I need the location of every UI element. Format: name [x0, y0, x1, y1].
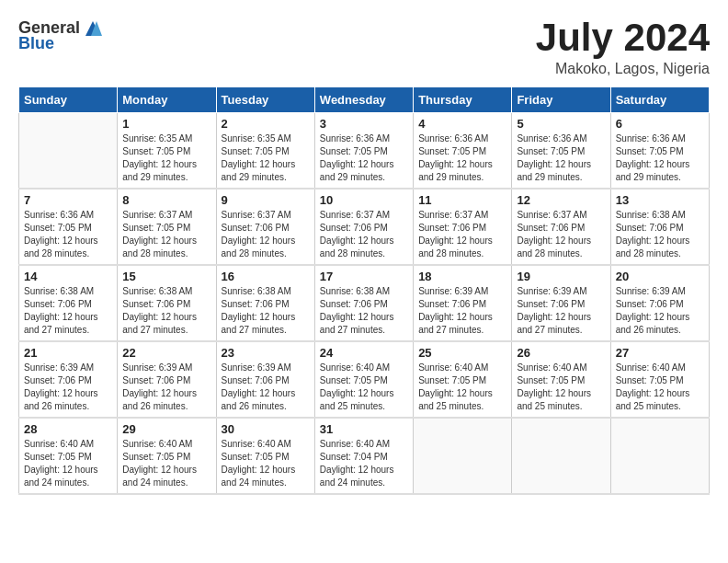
title-block: July 2024 Makoko, Lagos, Nigeria: [536, 18, 710, 77]
day-info: Sunrise: 6:38 AMSunset: 7:06 PMDaylight:…: [222, 285, 310, 337]
day-number: 6: [616, 117, 704, 131]
calendar-cell: 23Sunrise: 6:39 AMSunset: 7:06 PMDayligh…: [216, 341, 314, 418]
calendar-cell: 28Sunrise: 6:40 AMSunset: 7:05 PMDayligh…: [19, 418, 118, 494]
day-number: 12: [517, 193, 605, 207]
calendar-cell: 21Sunrise: 6:39 AMSunset: 7:06 PMDayligh…: [19, 341, 118, 418]
calendar-cell: 24Sunrise: 6:40 AMSunset: 7:05 PMDayligh…: [314, 341, 413, 418]
day-number: 7: [24, 193, 112, 207]
day-number: 5: [517, 117, 605, 131]
logo: General Blue: [18, 18, 102, 53]
day-number: 19: [517, 270, 605, 283]
day-info: Sunrise: 6:39 AMSunset: 7:06 PMDaylight:…: [24, 362, 112, 413]
logo-blue-text: Blue: [18, 34, 54, 53]
calendar-week-row: 28Sunrise: 6:40 AMSunset: 7:05 PMDayligh…: [19, 418, 710, 494]
day-number: 13: [616, 193, 704, 207]
day-info: Sunrise: 6:40 AMSunset: 7:05 PMDaylight:…: [517, 362, 605, 413]
day-info: Sunrise: 6:38 AMSunset: 7:06 PMDaylight:…: [122, 285, 210, 337]
calendar-cell: 31Sunrise: 6:40 AMSunset: 7:04 PMDayligh…: [314, 418, 413, 494]
day-number: 29: [122, 422, 210, 436]
day-info: Sunrise: 6:35 AMSunset: 7:05 PMDaylight:…: [222, 132, 310, 184]
page-header: General Blue July 2024 Makoko, Lagos, Ni…: [18, 18, 710, 77]
logo-icon: [84, 19, 102, 38]
calendar-week-row: 7Sunrise: 6:36 AMSunset: 7:05 PMDaylight…: [19, 189, 710, 265]
calendar-cell: 12Sunrise: 6:37 AMSunset: 7:06 PMDayligh…: [512, 189, 610, 265]
day-number: 10: [320, 193, 408, 207]
day-number: 9: [222, 193, 310, 207]
day-number: 1: [122, 117, 210, 131]
day-info: Sunrise: 6:40 AMSunset: 7:05 PMDaylight:…: [24, 438, 112, 489]
day-info: Sunrise: 6:37 AMSunset: 7:06 PMDaylight:…: [517, 209, 605, 260]
day-number: 23: [222, 346, 310, 360]
calendar-table: SundayMondayTuesdayWednesdayThursdayFrid…: [18, 86, 710, 495]
calendar-cell: [512, 418, 610, 494]
day-number: 18: [418, 270, 506, 283]
day-number: 15: [122, 270, 210, 283]
day-info: Sunrise: 6:40 AMSunset: 7:05 PMDaylight:…: [320, 362, 408, 413]
calendar-cell: 8Sunrise: 6:37 AMSunset: 7:05 PMDaylight…: [118, 189, 216, 265]
day-info: Sunrise: 6:40 AMSunset: 7:05 PMDaylight:…: [418, 362, 506, 413]
day-info: Sunrise: 6:36 AMSunset: 7:05 PMDaylight:…: [616, 132, 704, 184]
calendar-cell: 15Sunrise: 6:38 AMSunset: 7:06 PMDayligh…: [118, 265, 216, 341]
calendar-cell: 22Sunrise: 6:39 AMSunset: 7:06 PMDayligh…: [118, 341, 216, 418]
month-year-title: July 2024: [536, 18, 710, 57]
calendar-week-row: 21Sunrise: 6:39 AMSunset: 7:06 PMDayligh…: [19, 341, 710, 418]
calendar-cell: 18Sunrise: 6:39 AMSunset: 7:06 PMDayligh…: [414, 265, 512, 341]
day-number: 3: [320, 117, 408, 131]
calendar-day-header: Wednesday: [314, 87, 413, 113]
day-info: Sunrise: 6:39 AMSunset: 7:06 PMDaylight:…: [517, 285, 605, 337]
calendar-cell: 17Sunrise: 6:38 AMSunset: 7:06 PMDayligh…: [314, 265, 413, 341]
calendar-cell: [19, 113, 118, 190]
day-number: 31: [320, 422, 408, 436]
calendar-day-header: Tuesday: [216, 87, 314, 113]
day-number: 4: [418, 117, 506, 131]
day-number: 20: [616, 270, 704, 283]
day-info: Sunrise: 6:36 AMSunset: 7:05 PMDaylight:…: [24, 209, 112, 260]
day-number: 28: [24, 422, 112, 436]
day-info: Sunrise: 6:40 AMSunset: 7:05 PMDaylight:…: [122, 438, 210, 489]
calendar-cell: 3Sunrise: 6:36 AMSunset: 7:05 PMDaylight…: [314, 113, 413, 190]
day-number: 26: [517, 346, 605, 360]
day-info: Sunrise: 6:36 AMSunset: 7:05 PMDaylight:…: [517, 132, 605, 184]
day-info: Sunrise: 6:39 AMSunset: 7:06 PMDaylight:…: [418, 285, 506, 337]
day-number: 17: [320, 270, 408, 283]
day-number: 8: [122, 193, 210, 207]
day-number: 24: [320, 346, 408, 360]
calendar-cell: 20Sunrise: 6:39 AMSunset: 7:06 PMDayligh…: [610, 265, 709, 341]
day-number: 30: [222, 422, 310, 436]
calendar-day-header: Saturday: [610, 87, 709, 113]
day-info: Sunrise: 6:36 AMSunset: 7:05 PMDaylight:…: [320, 132, 408, 184]
calendar-cell: 5Sunrise: 6:36 AMSunset: 7:05 PMDaylight…: [512, 113, 610, 190]
calendar-cell: 10Sunrise: 6:37 AMSunset: 7:06 PMDayligh…: [314, 189, 413, 265]
day-info: Sunrise: 6:38 AMSunset: 7:06 PMDaylight:…: [320, 285, 408, 337]
calendar-cell: 30Sunrise: 6:40 AMSunset: 7:05 PMDayligh…: [216, 418, 314, 494]
day-number: 16: [222, 270, 310, 283]
day-info: Sunrise: 6:36 AMSunset: 7:05 PMDaylight:…: [418, 132, 506, 184]
calendar-day-header: Friday: [512, 87, 610, 113]
day-info: Sunrise: 6:37 AMSunset: 7:06 PMDaylight:…: [418, 209, 506, 260]
calendar-cell: [610, 418, 709, 494]
calendar-cell: 19Sunrise: 6:39 AMSunset: 7:06 PMDayligh…: [512, 265, 610, 341]
calendar-cell: 4Sunrise: 6:36 AMSunset: 7:05 PMDaylight…: [414, 113, 512, 190]
day-info: Sunrise: 6:37 AMSunset: 7:06 PMDaylight:…: [320, 209, 408, 260]
calendar-cell: 11Sunrise: 6:37 AMSunset: 7:06 PMDayligh…: [414, 189, 512, 265]
calendar-cell: 26Sunrise: 6:40 AMSunset: 7:05 PMDayligh…: [512, 341, 610, 418]
day-info: Sunrise: 6:39 AMSunset: 7:06 PMDaylight:…: [122, 362, 210, 413]
day-info: Sunrise: 6:39 AMSunset: 7:06 PMDaylight:…: [616, 285, 704, 337]
calendar-cell: 14Sunrise: 6:38 AMSunset: 7:06 PMDayligh…: [19, 265, 118, 341]
day-info: Sunrise: 6:40 AMSunset: 7:05 PMDaylight:…: [616, 362, 704, 413]
calendar-day-header: Monday: [118, 87, 216, 113]
day-info: Sunrise: 6:39 AMSunset: 7:06 PMDaylight:…: [222, 362, 310, 413]
day-info: Sunrise: 6:38 AMSunset: 7:06 PMDaylight:…: [616, 209, 704, 260]
day-number: 25: [418, 346, 506, 360]
calendar-header-row: SundayMondayTuesdayWednesdayThursdayFrid…: [19, 87, 710, 113]
calendar-cell: 9Sunrise: 6:37 AMSunset: 7:06 PMDaylight…: [216, 189, 314, 265]
day-info: Sunrise: 6:35 AMSunset: 7:05 PMDaylight:…: [122, 132, 210, 184]
calendar-week-row: 14Sunrise: 6:38 AMSunset: 7:06 PMDayligh…: [19, 265, 710, 341]
day-number: 11: [418, 193, 506, 207]
calendar-cell: 13Sunrise: 6:38 AMSunset: 7:06 PMDayligh…: [610, 189, 709, 265]
calendar-day-header: Thursday: [414, 87, 512, 113]
location-subtitle: Makoko, Lagos, Nigeria: [536, 61, 710, 77]
day-info: Sunrise: 6:37 AMSunset: 7:06 PMDaylight:…: [222, 209, 310, 260]
calendar-week-row: 1Sunrise: 6:35 AMSunset: 7:05 PMDaylight…: [19, 113, 710, 190]
calendar-cell: 2Sunrise: 6:35 AMSunset: 7:05 PMDaylight…: [216, 113, 314, 190]
